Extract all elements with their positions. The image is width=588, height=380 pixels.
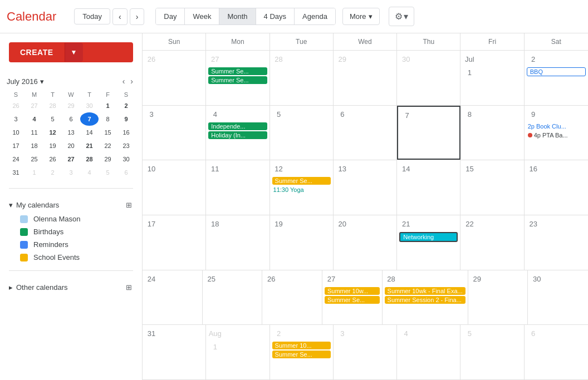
calendar-day-cell[interactable]: 21Networking (397, 215, 460, 270)
calendar-day-cell[interactable]: 18 (206, 215, 270, 270)
calendar-day-cell[interactable]: 17 (143, 215, 206, 270)
calendar-day-cell[interactable]: 6 (525, 325, 588, 379)
mini-cal-day[interactable]: 18 (25, 139, 43, 152)
calendar-day-cell[interactable]: 26 (143, 51, 206, 105)
calendar-day-cell[interactable]: 13 (334, 160, 397, 215)
view-agenda[interactable]: Agenda (295, 8, 335, 24)
calendar-day-cell[interactable]: 30 (528, 270, 588, 325)
mini-cal-day[interactable]: 9 (117, 112, 135, 126)
calendar-day-cell[interactable]: 27Summer Se...Summer Se... (206, 51, 270, 105)
mini-cal-day[interactable]: 22 (99, 139, 117, 152)
calendar-day-cell[interactable]: 31 (143, 325, 206, 379)
day-number[interactable]: 28 (272, 53, 286, 66)
more-button[interactable]: More ▾ (342, 8, 380, 25)
next-button[interactable]: › (130, 8, 145, 25)
mini-cal-day[interactable]: 4 (80, 166, 99, 179)
mini-cal-day[interactable]: 30 (80, 99, 99, 112)
mini-cal-day[interactable]: 15 (99, 126, 117, 139)
mini-cal-day[interactable]: 12 (43, 126, 62, 139)
day-number[interactable]: 30 (399, 53, 413, 66)
mini-cal-day[interactable]: 21 (80, 139, 99, 152)
day-number[interactable]: 16 (527, 162, 540, 176)
event-chip[interactable]: Summer Se... (208, 67, 267, 75)
calendar-day-cell[interactable]: 5 (270, 106, 334, 160)
event-chip[interactable]: Networking (399, 232, 458, 242)
mini-cal-day[interactable]: 2 (43, 166, 62, 179)
mini-cal-day[interactable]: 29 (99, 152, 117, 166)
mini-cal-day[interactable]: 13 (62, 126, 80, 139)
mini-cal-day[interactable]: 3 (7, 112, 25, 126)
calendar-item[interactable]: Birthdays (9, 225, 133, 238)
mini-cal-prev[interactable]: ‹ (120, 76, 128, 87)
calendar-item[interactable]: School Events (9, 251, 133, 264)
day-number[interactable]: 31 (145, 327, 158, 340)
mini-cal-day[interactable]: 5 (43, 112, 62, 126)
mini-cal-day[interactable]: 4 (25, 112, 43, 126)
event-chip[interactable]: Summer Session 2 - Fina... (385, 296, 465, 304)
mini-cal-day[interactable]: 28 (80, 152, 99, 166)
day-number[interactable]: 2 (527, 53, 540, 66)
day-number[interactable]: Aug 1 (208, 327, 222, 340)
day-number[interactable]: 27 (325, 273, 338, 286)
event-chip[interactable]: Summer Se... (208, 76, 267, 84)
day-number[interactable]: 29 (336, 53, 349, 66)
calendar-day-cell[interactable]: 3 (334, 325, 397, 379)
event-chip[interactable]: Summer Se... (272, 351, 331, 358)
day-number[interactable]: 29 (471, 273, 484, 286)
calendar-day-cell[interactable]: 28Summer 10wk - Final Exa...Summer Sessi… (383, 270, 468, 325)
prev-button[interactable]: ‹ (112, 8, 128, 25)
calendar-day-cell[interactable]: 4 (397, 325, 460, 379)
day-number[interactable]: 7 (400, 109, 414, 122)
calendar-day-cell[interactable]: Aug 1 (206, 325, 270, 379)
day-number[interactable]: 8 (463, 108, 476, 121)
view-day[interactable]: Day (156, 8, 185, 24)
day-number[interactable]: 30 (530, 273, 543, 286)
calendar-day-cell[interactable]: 15 (460, 160, 524, 215)
calendar-day-cell[interactable]: 27Summer 10w...Summer Se... (322, 270, 383, 325)
mini-cal-day[interactable]: 23 (117, 139, 135, 152)
calendar-day-cell[interactable]: 30 (397, 51, 460, 105)
calendar-day-cell[interactable]: 14 (397, 160, 460, 215)
day-number[interactable]: 19 (272, 218, 286, 231)
day-number[interactable]: 4 (399, 327, 413, 340)
day-number[interactable]: 4 (208, 108, 222, 121)
day-number[interactable]: 6 (336, 108, 349, 121)
create-dropdown-arrow[interactable]: ▼ (65, 43, 83, 62)
mini-cal-day[interactable]: 14 (80, 126, 99, 139)
mini-cal-day[interactable]: 17 (7, 139, 25, 152)
mini-cal-day[interactable]: 10 (7, 126, 25, 139)
event-chip[interactable]: Summer Se... (272, 177, 331, 185)
event-chip[interactable]: Summer 10... (272, 342, 331, 349)
calendar-day-cell[interactable]: 28 (270, 51, 334, 105)
event-chip[interactable]: Summer 10wk - Final Exa... (385, 287, 465, 295)
event-inline[interactable]: 11:30 Yoga (272, 186, 331, 194)
event-inline[interactable]: 2p Book Clu... (527, 122, 586, 130)
mini-cal-title[interactable]: July 2016 ▾ (7, 77, 44, 86)
mini-cal-day[interactable]: 25 (25, 152, 43, 166)
day-number[interactable]: 14 (399, 162, 413, 176)
settings-button[interactable]: ⚙ ▾ (389, 7, 414, 26)
today-button[interactable]: Today (74, 8, 110, 24)
day-number[interactable]: 28 (385, 273, 398, 286)
event-chip[interactable]: Summer Se... (325, 296, 380, 304)
day-number[interactable]: 10 (145, 162, 158, 176)
my-calendars-settings-icon[interactable]: ⊞ (125, 200, 133, 210)
day-number[interactable]: 25 (205, 273, 218, 286)
day-number[interactable]: 21 (399, 218, 413, 231)
day-number[interactable]: 24 (145, 273, 158, 286)
event-chip[interactable]: Independe... (208, 122, 267, 130)
mini-cal-day[interactable]: 1 (99, 99, 117, 112)
day-number[interactable]: 3 (145, 108, 158, 121)
day-number[interactable]: 23 (527, 218, 540, 231)
mini-cal-day[interactable]: 6 (62, 112, 80, 126)
day-number[interactable]: 3 (336, 327, 349, 340)
other-calendars-header[interactable]: ▸ Other calendars ⊞ (9, 280, 133, 295)
day-number[interactable]: 13 (336, 162, 349, 176)
mini-cal-day[interactable]: 26 (7, 99, 25, 112)
day-number[interactable]: 15 (463, 162, 476, 176)
mini-cal-day[interactable]: 28 (43, 99, 62, 112)
calendar-item[interactable]: Reminders (9, 238, 133, 251)
day-number[interactable]: 17 (145, 218, 158, 231)
day-number[interactable]: 12 (272, 162, 286, 176)
calendar-day-cell[interactable]: 8 (460, 106, 524, 160)
